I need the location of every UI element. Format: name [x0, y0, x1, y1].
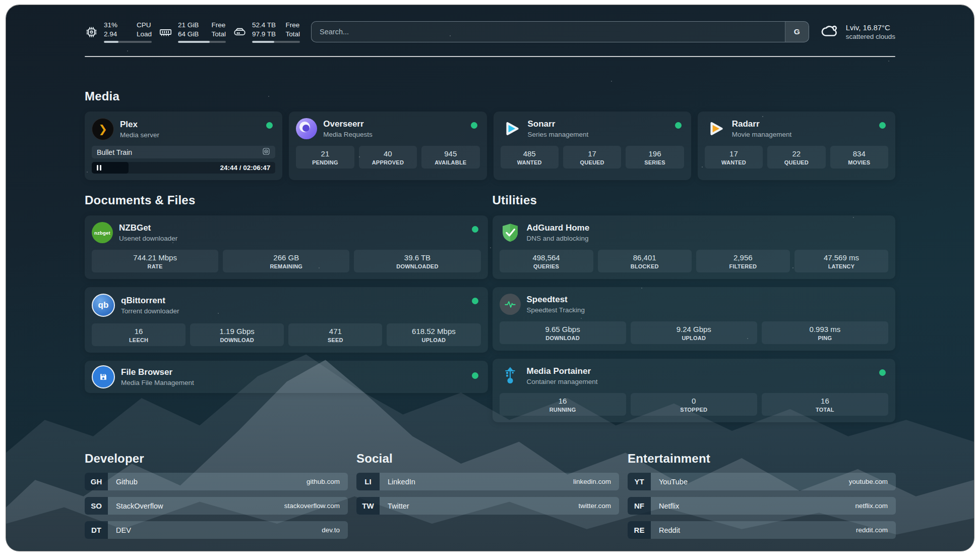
cloud-icon: [820, 21, 839, 42]
stats-row: 744.21 MbpsRATE 266 GBREMAINING 39.6 TBD…: [92, 250, 481, 272]
app-subtitle: DNS and adblocking: [527, 235, 590, 242]
stat-stopped: 0STOPPED: [631, 393, 757, 416]
bookmark-url: github.com: [307, 473, 348, 490]
bookmark-abbr: TW: [356, 497, 380, 515]
bookmark-name: Netflix: [651, 497, 855, 515]
app-subtitle: Container management: [527, 378, 598, 385]
bookmark-abbr: RE: [628, 521, 651, 539]
pause-icon[interactable]: [97, 165, 101, 171]
app-link-sonarr[interactable]: Sonarr Series management: [501, 118, 684, 139]
now-playing-title: Bullet Train: [97, 148, 262, 156]
app-card-portainer: Media Portainer Container management 16R…: [493, 359, 896, 422]
app-link-filebrowser[interactable]: File Browser Media File Management: [92, 365, 481, 388]
stat-wanted: 17WANTED: [705, 146, 763, 169]
bookmark-url: linkedin.com: [573, 473, 619, 490]
bookmark-twitter[interactable]: TW Twitter twitter.com: [356, 497, 619, 515]
bookmark-linkedin[interactable]: LI LinkedIn linkedin.com: [356, 473, 619, 490]
bookmark-reddit[interactable]: RE Reddit reddit.com: [628, 521, 896, 539]
app-title: NZBGet: [119, 223, 177, 233]
app-link-plex[interactable]: ❯ Plex Media server: [92, 118, 275, 140]
bookmark-stackoverflow[interactable]: SO StackOverflow stackoverflow.com: [85, 497, 348, 515]
disk-stat: 52.4 TB97.9 TB FreeTotal: [233, 21, 300, 43]
playback-progress-bar: 24:44 / 02:06:47: [92, 162, 275, 174]
topbar-divider: [85, 56, 895, 57]
bookmark-abbr: NF: [628, 497, 651, 515]
plex-icon: ❯: [92, 118, 114, 140]
memory-icon: [159, 25, 172, 39]
bookmark-abbr: SO: [85, 497, 108, 515]
bookmark-dev[interactable]: DT DEV dev.to: [85, 521, 348, 539]
bookmark-youtube[interactable]: YT YouTube youtube.com: [628, 473, 896, 490]
qbittorrent-icon: qb: [92, 294, 115, 317]
app-link-radarr[interactable]: Radarr Movie management: [705, 118, 888, 139]
stat-blocked: 86,401BLOCKED: [598, 250, 692, 272]
stat-upload: 9.24 GbpsUPLOAD: [631, 321, 757, 344]
app-link-speedtest[interactable]: Speedtest Speedtest Tracking: [500, 294, 889, 315]
status-dot: [471, 122, 477, 129]
bookmark-url: reddit.com: [856, 521, 896, 539]
stat-pending: 21PENDING: [296, 146, 354, 169]
app-subtitle: Usenet downloader: [119, 235, 177, 242]
stat-filtered: 2,956FILTERED: [696, 250, 790, 272]
memory-progress-bar: [178, 41, 226, 43]
search-engine-button[interactable]: G: [785, 22, 809, 42]
app-subtitle: Media File Management: [121, 379, 194, 386]
status-dot: [879, 369, 886, 376]
app-title: Radarr: [732, 119, 792, 129]
bookmark-github[interactable]: GH Github github.com: [85, 473, 348, 490]
stat-download: 1.19 GbpsDOWNLOAD: [190, 323, 284, 346]
app-card-nzbget: nzbget NZBGet Usenet downloader 744.21 M…: [85, 215, 488, 279]
stat-upload: 618.52 MbpsUPLOAD: [387, 323, 480, 346]
bookmark-url: netflix.com: [855, 497, 896, 515]
app-link-overseerr[interactable]: Overseerr Media Requests: [296, 118, 479, 139]
app-subtitle: Media Requests: [323, 131, 373, 138]
app-title: Media Portainer: [527, 366, 598, 376]
cpu-values: 31%2.94: [104, 21, 117, 38]
weather-location-temp: Lviv, 16.87°C: [846, 23, 895, 32]
speedtest-icon: [500, 294, 521, 315]
weather-widget[interactable]: Lviv, 16.87°C scattered clouds: [820, 21, 895, 42]
search-input[interactable]: [312, 22, 785, 42]
app-title: AdGuard Home: [527, 223, 590, 233]
stat-movies: 834MOVIES: [830, 146, 888, 169]
app-subtitle: Movie management: [732, 131, 792, 138]
app-title: Plex: [120, 120, 159, 130]
stats-row: 21PENDING 40APPROVED 945AVAILABLE: [296, 146, 479, 169]
stats-row: 16LEECH 1.19 GbpsDOWNLOAD 471SEED 618.52…: [92, 323, 481, 346]
section-title-developer: Developer: [85, 452, 348, 466]
cpu-progress-bar: [104, 41, 152, 43]
disk-values: 52.4 TB97.9 TB: [252, 21, 276, 38]
app-card-plex: ❯ Plex Media server Bullet Train: [85, 112, 282, 180]
portainer-icon: [500, 365, 521, 386]
stat-wanted: 485WANTED: [501, 146, 559, 169]
nzbget-icon: nzbget: [92, 222, 113, 243]
app-link-adguard[interactable]: AdGuard Home DNS and adblocking: [500, 222, 889, 243]
status-dot: [472, 372, 478, 379]
bookmark-abbr: DT: [85, 521, 108, 539]
cpu-labels: CPULoad: [137, 21, 152, 38]
now-playing-row: Bullet Train: [92, 146, 275, 158]
stat-approved: 40APPROVED: [359, 146, 417, 169]
bookmark-netflix[interactable]: NF Netflix netflix.com: [628, 497, 896, 515]
app-title: File Browser: [121, 367, 194, 377]
bookmark-group-developer: Developer GH Github github.com SO StackO…: [85, 452, 348, 539]
status-dot: [472, 298, 478, 304]
stat-available: 945AVAILABLE: [421, 146, 479, 169]
filebrowser-icon: [92, 365, 115, 388]
app-title: Sonarr: [528, 119, 589, 129]
app-card-sonarr: Sonarr Series management 485WANTED 17QUE…: [494, 112, 691, 180]
bookmark-abbr: GH: [85, 473, 108, 490]
utilities-column: Utilities AdGuard Home DNS and: [493, 193, 896, 422]
stat-queries: 498,564QUERIES: [500, 250, 593, 272]
app-link-nzbget[interactable]: nzbget NZBGet Usenet downloader: [92, 222, 481, 243]
bookmark-abbr: LI: [356, 473, 380, 490]
memory-stat: 21 GiB64 GiB FreeTotal: [159, 21, 226, 43]
dashboard-window: 31%2.94 CPULoad: [6, 5, 974, 551]
weather-condition: scattered clouds: [846, 33, 895, 40]
app-link-qbittorrent[interactable]: qb qBittorrent Torrent downloader: [92, 294, 481, 317]
bookmark-group-social: Social LI LinkedIn linkedin.com TW Twitt…: [356, 452, 619, 539]
status-dot: [675, 122, 682, 129]
app-link-portainer[interactable]: Media Portainer Container management: [500, 365, 889, 386]
bookmark-name: DEV: [108, 521, 322, 539]
top-bar: 31%2.94 CPULoad: [85, 5, 895, 47]
